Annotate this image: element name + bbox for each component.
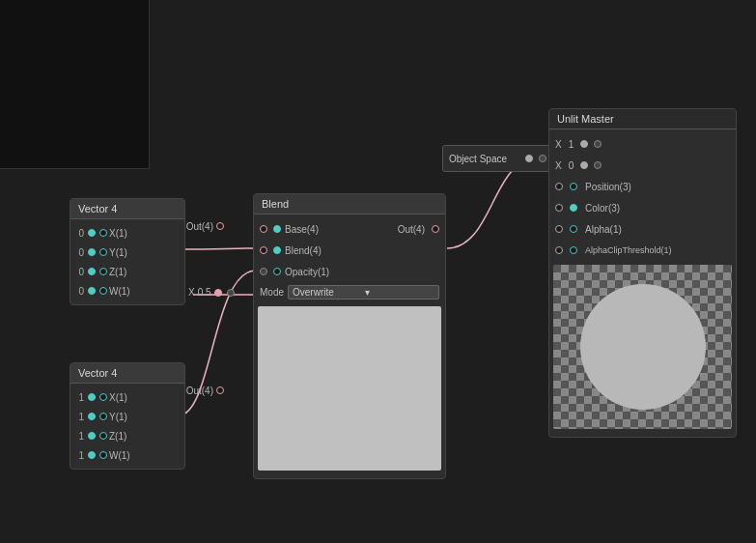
blend-mode-label: Mode <box>260 287 284 298</box>
blend-node-header: Blend <box>254 194 445 214</box>
x-input-socket-left[interactable] <box>214 289 222 297</box>
blend-base-row: Base(4) Out(4) <box>254 218 445 240</box>
x-input-socket-right[interactable] <box>227 289 235 297</box>
vector4-node-2-x-socket-in[interactable] <box>88 393 96 401</box>
vector4-node-2-z-socket-mid[interactable] <box>99 432 107 440</box>
blend-blend-radio[interactable] <box>273 246 281 254</box>
vector4-node-2-y-value: 1 <box>74 412 88 422</box>
vector4-node-1-z-label: Z(1) <box>107 267 181 277</box>
vector4-node-2-row-y: 1 Y(1) <box>70 407 184 426</box>
unlit-color-radio[interactable] <box>570 204 577 212</box>
blend-mode-dropdown[interactable]: Overwrite ▾ <box>288 285 439 300</box>
vector4-node-1-row-x: 0 X(1) <box>70 223 184 243</box>
vector4-node-2-x-value: 1 <box>74 392 88 403</box>
vector4-node-1-out-socket[interactable] <box>216 222 224 230</box>
vector4-node-2-w-label: W(1) <box>107 450 181 461</box>
blend-out-socket[interactable] <box>432 225 439 233</box>
vector4-node-1-z-socket-in[interactable] <box>88 268 96 275</box>
vector4-node-2-body: 1 X(1) Out(4) 1 Y(1) 1 <box>70 384 184 469</box>
blend-base-radio[interactable] <box>273 225 281 233</box>
unlit-position-socket[interactable] <box>555 183 563 190</box>
unlit-x0-value: 0 <box>569 160 574 171</box>
vector4-node-1-w-value: 0 <box>74 286 88 297</box>
vector4-node-1-x-socket-in[interactable] <box>88 229 96 237</box>
unlit-alpha-socket[interactable] <box>555 225 563 233</box>
unlit-alphaclip-socket[interactable] <box>555 246 563 254</box>
vector4-node-2-row-x: 1 X(1) <box>70 387 184 407</box>
vector4-node-1-w-socket-in[interactable] <box>88 287 96 295</box>
unlit-alpha-row: Alpha(1) <box>549 218 736 240</box>
vector4-node-1-body: 0 X(1) Out(4) 0 Y(1) 0 <box>70 219 184 304</box>
vector4-node-2-x-socket-mid[interactable] <box>99 393 107 401</box>
blend-blend-label: Blend(4) <box>285 245 439 256</box>
blend-opacity-radio[interactable] <box>273 268 281 275</box>
unlit-position-radio[interactable] <box>570 183 577 190</box>
blend-base-socket-in[interactable] <box>260 225 267 233</box>
vector4-node-1-title: Vector 4 <box>78 203 117 214</box>
vector4-node-1-y-socket-mid[interactable] <box>99 248 107 256</box>
unlit-alphaclip-label: AlphaClipThreshold(1) <box>585 245 730 255</box>
vector4-node-2-title: Vector 4 <box>78 367 117 379</box>
vector4-node-2-w-value: 1 <box>74 450 88 461</box>
unlit-master-body: X 1 X 0 Position(3) Co <box>549 129 736 437</box>
blend-opacity-label: Opacity(1) <box>285 267 439 277</box>
vector4-node-2-row-w: 1 W(1) <box>70 445 184 465</box>
vector4-node-2-out-label: Out(4) <box>186 386 213 396</box>
vector4-node-2-z-socket-in[interactable] <box>88 432 96 440</box>
unlit-alpha-radio[interactable] <box>570 225 577 233</box>
top-left-panel <box>0 0 150 169</box>
vector4-node-1-w-label: W(1) <box>107 286 181 297</box>
unlit-x1-socket-in[interactable] <box>580 140 588 148</box>
unlit-x0-row: X 0 <box>549 155 736 176</box>
vector4-node-2-out-row: Out(4) <box>182 381 228 400</box>
x-input-node: X 0.5 <box>188 287 235 298</box>
object-space-socket-left[interactable] <box>525 155 533 162</box>
unlit-alphaclip-radio[interactable] <box>570 246 577 254</box>
unlit-x1-row: X 1 <box>549 133 736 155</box>
vector4-node-2-out-socket[interactable] <box>216 386 224 394</box>
unlit-x1-socket-out[interactable] <box>594 140 602 148</box>
unlit-position-row: Position(3) <box>549 176 736 197</box>
vector4-node-2-y-label: Y(1) <box>107 412 181 422</box>
vector4-node-1-out-row: Out(4) <box>182 216 228 236</box>
unlit-checker-preview <box>553 265 732 429</box>
unlit-color-socket[interactable] <box>555 204 563 212</box>
vector4-node-1-x-socket-mid[interactable] <box>99 229 107 237</box>
unlit-master-header: Unlit Master <box>549 109 736 129</box>
object-space-node[interactable]: Object Space <box>442 145 553 172</box>
vector4-node-1-w-socket-mid[interactable] <box>99 287 107 295</box>
blend-opacity-row: Opacity(1) <box>254 261 445 282</box>
unlit-x1-label: X <box>555 139 562 150</box>
vector4-node-2-z-value: 1 <box>74 431 88 442</box>
vector4-node-1-out-label: Out(4) <box>186 221 213 232</box>
unlit-alphaclip-row: AlphaClipThreshold(1) <box>549 240 736 261</box>
blend-blend-socket-in[interactable] <box>260 246 267 254</box>
unlit-alpha-label: Alpha(1) <box>585 224 730 235</box>
blend-out-label: Out(4) <box>398 224 425 235</box>
vector4-node-1-row-w: 0 W(1) <box>70 281 184 300</box>
vector4-node-2-w-socket-in[interactable] <box>88 451 96 459</box>
blend-node: Blend Base(4) Out(4) Blend(4) Opacity(1 <box>253 193 446 479</box>
vector4-node-2-y-socket-mid[interactable] <box>99 413 107 420</box>
blend-opacity-socket-in[interactable] <box>260 268 267 275</box>
unlit-color-row: Color(3) <box>549 197 736 218</box>
vector4-node-1-x-value: 0 <box>74 228 88 239</box>
vector4-node-1-row-y: 0 Y(1) <box>70 243 184 262</box>
blend-base-label: Base(4) <box>285 224 394 235</box>
x-input-label: X <box>188 287 195 298</box>
vector4-node-2-w-socket-mid[interactable] <box>99 451 107 459</box>
unlit-x0-socket-in[interactable] <box>580 161 588 169</box>
vector4-node-1-row-z: 0 Z(1) <box>70 262 184 281</box>
blend-mode-row: Mode Overwrite ▾ <box>254 282 445 302</box>
vector4-node-2: Vector 4 1 X(1) Out(4) 1 Y(1) <box>70 362 185 470</box>
unlit-x0-socket-out[interactable] <box>594 161 602 169</box>
object-space-socket-right[interactable] <box>539 155 546 162</box>
vector4-node-1-z-socket-mid[interactable] <box>99 268 107 275</box>
blend-mode-value: Overwrite <box>293 287 363 298</box>
vector4-node-1-y-label: Y(1) <box>107 247 181 258</box>
vector4-node-2-y-socket-in[interactable] <box>88 413 96 420</box>
blend-preview <box>258 306 441 471</box>
unlit-x0-label: X <box>555 160 562 171</box>
vector4-node-1-y-socket-in[interactable] <box>88 248 96 256</box>
vector4-node-2-row-z: 1 Z(1) <box>70 426 184 445</box>
